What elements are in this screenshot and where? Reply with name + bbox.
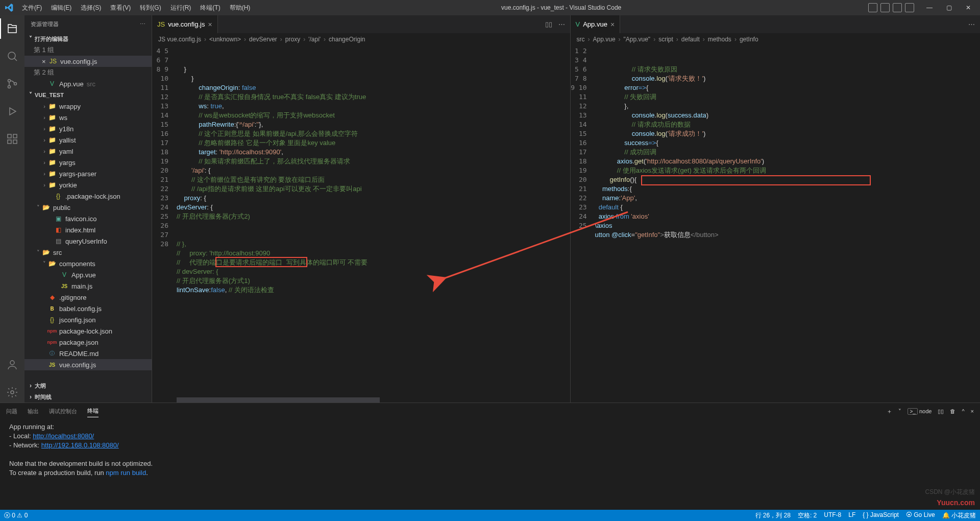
file-tree-item[interactable]: JSmain.js — [24, 280, 152, 292]
new-terminal-icon[interactable]: ＋ — [887, 408, 892, 415]
file-tree-item[interactable]: ›📁yallist — [24, 134, 152, 146]
status-spaces[interactable]: 空格: 2 — [798, 511, 817, 520]
close-panel-icon[interactable]: × — [971, 408, 974, 414]
file-tree-item[interactable]: npmpackage.json — [24, 337, 152, 348]
project-section[interactable]: ˅VUE_TEST — [24, 89, 152, 101]
split-terminal-icon[interactable]: ▯▯ — [938, 408, 944, 415]
panel-tab[interactable]: 调试控制台 — [49, 406, 77, 417]
minimize-button[interactable]: ― — [922, 4, 937, 11]
minimap[interactable] — [949, 45, 980, 402]
breadcrumb-left[interactable]: JS vue.config.js›<unknown>›devServer›pro… — [152, 33, 570, 45]
layout-controls[interactable] — [868, 3, 914, 12]
explorer-actions[interactable]: ⋯ — [140, 21, 145, 28]
tab-vue-config[interactable]: JS vue.config.js × — [152, 15, 218, 33]
close-button[interactable]: ✕ — [961, 4, 976, 11]
kill-terminal-icon[interactable]: 🗑 — [950, 408, 955, 414]
file-tree-item[interactable]: ˅📂public — [24, 202, 152, 213]
file-tree-item[interactable]: ▣favicon.ico — [24, 213, 152, 224]
maximize-panel-icon[interactable]: ^ — [962, 408, 964, 414]
breadcrumb-item[interactable]: script — [658, 36, 673, 43]
code-editor-right[interactable]: 1 2 3 4 5 6 7 8 9 10 11 12 13 14 15 16 1… — [571, 45, 980, 402]
file-tree-item[interactable]: ›📁yorkie — [24, 179, 152, 191]
breadcrumb-item[interactable]: "App.vue" — [624, 36, 651, 43]
breadcrumb-right[interactable]: src›App.vue›"App.vue"›script›default›met… — [571, 33, 980, 45]
menu-item[interactable]: 查看(V) — [106, 2, 135, 14]
terminal-output[interactable]: App running at: - Local: http://localhos… — [0, 419, 980, 510]
file-tree-item[interactable]: ›📁wrappy — [24, 101, 152, 112]
file-tree-item[interactable]: ◧index.html — [24, 224, 152, 235]
breadcrumb-item[interactable]: devServer — [249, 36, 277, 43]
breadcrumb-item[interactable]: App.vue — [593, 36, 616, 43]
more-icon[interactable]: ⋯ — [968, 20, 975, 28]
file-tree-item[interactable]: VApp.vue — [24, 269, 152, 280]
file-tree-item[interactable]: ˅📂src — [24, 247, 152, 258]
file-tree-item[interactable]: ⓘREADME.md — [24, 348, 152, 359]
panel-tab[interactable]: 问题 — [6, 406, 17, 417]
status-lncol[interactable]: 行 26，列 28 — [755, 511, 791, 520]
explorer-icon[interactable] — [0, 18, 24, 39]
run-debug-icon[interactable] — [0, 101, 24, 122]
file-tree-item[interactable]: {}.package-lock.json — [24, 191, 152, 202]
menu-item[interactable]: 帮助(H) — [226, 2, 255, 14]
breadcrumb-item[interactable]: <unknown> — [209, 36, 241, 43]
file-tree-item[interactable]: ▤queryUserInfo — [24, 235, 152, 247]
file-tree-item[interactable]: ›📁yargs-parser — [24, 168, 152, 179]
close-icon[interactable]: × — [610, 20, 615, 29]
status-eol[interactable]: LF — [848, 511, 855, 520]
file-tree-item[interactable]: JSvue.config.js — [24, 359, 152, 370]
file-tree-item[interactable]: ˅📂components — [24, 258, 152, 269]
menu-item[interactable]: 选择(S) — [77, 2, 105, 14]
breadcrumb-item[interactable]: '/api' — [308, 36, 321, 43]
file-tree-item[interactable]: ›📁yaml — [24, 146, 152, 157]
maximize-button[interactable]: ▢ — [941, 4, 957, 11]
file-tree-item[interactable]: ◆.gitignore — [24, 292, 152, 303]
menu-item[interactable]: 文件(F) — [18, 2, 46, 14]
breadcrumb-item[interactable]: src — [577, 36, 585, 43]
accounts-icon[interactable] — [0, 354, 24, 375]
menu-item[interactable]: 转到(G) — [136, 2, 165, 14]
breadcrumb-item[interactable]: methods — [708, 36, 731, 43]
status-notification-icon[interactable]: 🔔 小花皮猪 — [942, 511, 976, 520]
breadcrumb-item[interactable]: JS vue.config.js — [158, 36, 201, 43]
file-tree-item[interactable]: ›📁ws — [24, 112, 152, 123]
network-url-link[interactable]: http://192.168.0.108:8080/ — [41, 441, 119, 449]
file-tree-item[interactable]: {}jsconfig.json — [24, 314, 152, 325]
code-editor-left[interactable]: 4 5 6 7 8 9 10 11 12 13 14 15 16 17 18 1… — [152, 45, 570, 402]
menu-item[interactable]: 运行(R) — [166, 2, 195, 14]
open-editor-item[interactable]: VApp.vuesrc — [24, 78, 152, 89]
vue-icon: V — [576, 20, 580, 28]
file-tree-item[interactable]: ›📁y18n — [24, 123, 152, 134]
menu-item[interactable]: 编辑(E) — [47, 2, 76, 14]
extensions-icon[interactable] — [0, 129, 24, 149]
search-icon[interactable] — [0, 46, 24, 66]
breadcrumb-item[interactable]: getInfo — [740, 36, 758, 43]
breadcrumb-item[interactable]: default — [681, 36, 700, 43]
file-tree-item[interactable]: npmpackage-lock.json — [24, 325, 152, 337]
explorer-title: 资源管理器 — [31, 20, 59, 28]
minimap[interactable] — [540, 45, 570, 402]
more-icon[interactable]: ⋯ — [558, 20, 565, 28]
open-editor-item[interactable]: ×JSvue.config.js — [24, 56, 152, 67]
timeline-section[interactable]: ›时间线 — [24, 391, 152, 402]
panel-tab[interactable]: 终端 — [87, 405, 99, 417]
split-editor-icon[interactable]: ▯▯ — [545, 20, 552, 28]
status-errors[interactable]: ⓧ 0 ⚠ 0 — [4, 511, 28, 520]
settings-gear-icon[interactable] — [0, 382, 24, 402]
outline-section[interactable]: ›大纲 — [24, 380, 152, 391]
status-encoding[interactable]: UTF-8 — [824, 511, 841, 520]
file-tree-item[interactable]: Bbabel.config.js — [24, 303, 152, 314]
local-url-link[interactable]: http://localhost:8080/ — [33, 432, 94, 440]
terminal-dropdown-icon[interactable]: ˅ — [898, 408, 901, 415]
status-lang[interactable]: { } JavaScript — [863, 511, 899, 520]
breadcrumb-item[interactable]: changeOrigin — [329, 36, 365, 43]
panel-tab[interactable]: 输出 — [28, 406, 39, 417]
close-icon[interactable]: × — [208, 20, 212, 29]
menu-item[interactable]: 终端(T) — [196, 2, 224, 14]
breadcrumb-item[interactable]: proxy — [285, 36, 300, 43]
open-editors-section[interactable]: ˅打开的编辑器 — [24, 33, 152, 44]
source-control-icon[interactable] — [0, 74, 24, 94]
tab-app-vue[interactable]: V App.vue × — [571, 15, 621, 33]
file-tree-item[interactable]: ›📁yargs — [24, 157, 152, 168]
status-golive[interactable]: ⦿ Go Live — [906, 511, 935, 520]
terminal-shell-label[interactable]: >_ node — [908, 408, 932, 414]
